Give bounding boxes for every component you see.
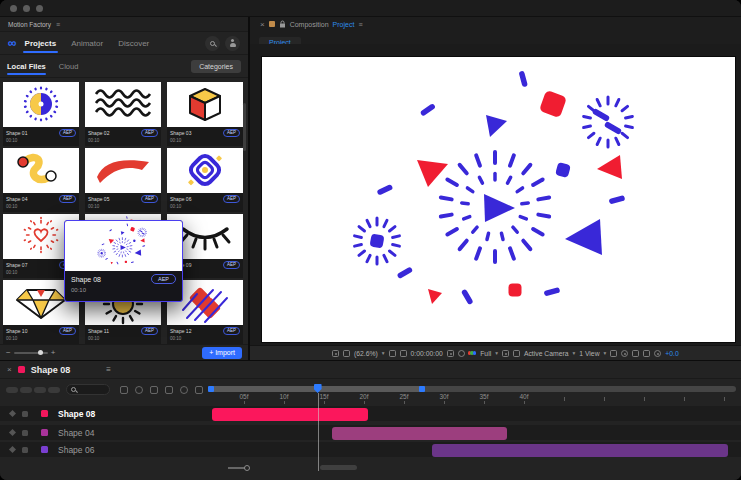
aep-badge: AEP: [141, 327, 158, 335]
motion-factory-panel: Motion Factory ≡ ∞ Projects Animator Dis…: [0, 17, 248, 360]
comp-label-square-icon: [269, 21, 275, 27]
card-name: Shape 11: [88, 328, 109, 334]
comp-title-prefix: Composition: [290, 21, 329, 28]
fast-preview-icon[interactable]: [621, 350, 628, 357]
categories-button[interactable]: Categories: [191, 60, 241, 73]
resolution-select[interactable]: Full: [480, 350, 491, 357]
composition-canvas[interactable]: [262, 57, 735, 342]
search-icon: [210, 41, 215, 46]
lock-icon: [279, 20, 286, 28]
window-close-icon[interactable]: [10, 5, 17, 12]
layer-color-swatch[interactable]: [41, 429, 48, 436]
layer-bar-0[interactable]: [212, 408, 368, 421]
playhead[interactable]: [314, 384, 322, 393]
solo-toggle-icon[interactable]: [22, 411, 28, 417]
card-duration: 00:10: [6, 204, 76, 209]
preview-quality-icon[interactable]: [332, 350, 339, 357]
exposure-value[interactable]: +0.0: [665, 350, 678, 357]
snapshot-camera-icon[interactable]: [447, 350, 454, 357]
timeline-zoom-knob[interactable]: [244, 465, 250, 471]
layer-row-shape-08[interactable]: Shape 08: [0, 406, 741, 421]
panel-menu-icon[interactable]: ≡: [56, 21, 60, 28]
tab-discover[interactable]: Discover: [118, 33, 149, 54]
monitor-icon[interactable]: [343, 350, 350, 357]
timecode-display[interactable]: 0:00:00:00: [411, 350, 443, 357]
solo-toggle-icon[interactable]: [22, 447, 28, 453]
visibility-toggle-icon[interactable]: [9, 446, 16, 453]
close-icon[interactable]: ×: [7, 365, 12, 374]
link-icon[interactable]: [180, 386, 188, 394]
region-of-interest-icon[interactable]: [400, 350, 407, 357]
composition-viewer[interactable]: [250, 44, 741, 362]
solo-toggle-icon[interactable]: [22, 430, 28, 436]
panel-menu-icon[interactable]: ≡: [358, 21, 362, 28]
layer-name[interactable]: Shape 04: [58, 428, 94, 438]
account-button[interactable]: [225, 36, 240, 51]
target-region-icon[interactable]: [502, 350, 509, 357]
work-area-handle-right[interactable]: [419, 386, 425, 392]
layer-bar-1[interactable]: [332, 427, 507, 440]
pill-button[interactable]: [48, 387, 60, 393]
timeline-zoom-slider[interactable]: [228, 467, 245, 469]
work-area-track[interactable]: [211, 386, 736, 392]
timecode-pill-button[interactable]: [6, 387, 18, 393]
pixel-aspect-icon[interactable]: [610, 350, 617, 357]
chevron-down-icon: ▾: [604, 350, 607, 356]
tab-cloud[interactable]: Cloud: [59, 56, 79, 77]
search-button[interactable]: [205, 36, 220, 51]
tab-animator[interactable]: Animator: [71, 33, 103, 54]
project-card-shape-03[interactable]: Shape 03AEP 00:10: [167, 82, 243, 146]
slider-knob[interactable]: [38, 350, 43, 355]
snap-icon[interactable]: [120, 386, 128, 394]
project-card-shape-04[interactable]: Shape 04AEP 00:10: [3, 148, 79, 212]
visibility-toggle-icon[interactable]: [9, 410, 16, 417]
timeline-comp-title: Shape 08: [31, 365, 71, 375]
project-card-shape-02[interactable]: Shape 02AEP 00:10: [85, 82, 161, 146]
transparency-grid-icon[interactable]: [513, 350, 520, 357]
exposure-gear-icon[interactable]: [654, 350, 661, 357]
timeline-scrollbar[interactable]: [320, 465, 357, 470]
card-name: Shape 02: [88, 130, 109, 136]
project-card-shape-05[interactable]: Shape 05AEP 00:10: [85, 148, 161, 212]
thumbnail-size-slider[interactable]: [14, 352, 48, 354]
card-thumbnail: [85, 82, 161, 127]
layer-search-input[interactable]: [66, 384, 110, 395]
grid-scrollbar[interactable]: [243, 103, 246, 151]
layers-icon[interactable]: [165, 386, 173, 394]
layer-bar-2[interactable]: [432, 444, 728, 457]
project-card-shape-06[interactable]: Shape 06AEP 00:10: [167, 148, 243, 212]
tab-local-files[interactable]: Local Files: [7, 56, 46, 77]
motion-blur-icon[interactable]: [135, 386, 143, 394]
window-minimize-icon[interactable]: [23, 5, 30, 12]
layer-name[interactable]: Shape 08: [58, 409, 95, 419]
comp-title-name[interactable]: Project: [333, 21, 355, 28]
hover-preview-card-shape-08[interactable]: Shape 08 AEP 00:10: [64, 220, 183, 302]
layer-name[interactable]: Shape 06: [58, 445, 94, 455]
project-card-shape-01[interactable]: Shape 01AEP 00:10: [3, 82, 79, 146]
upload-icon[interactable]: [150, 386, 158, 394]
zoom-out-icon[interactable]: −: [6, 348, 11, 357]
composition-toolbar: (62.6%) ▾ 0:00:00:00 Full ▾ Active Camer…: [250, 345, 741, 360]
timeline-icon[interactable]: [632, 350, 639, 357]
flowchart-icon[interactable]: [643, 350, 650, 357]
window-maximize-icon[interactable]: [36, 5, 43, 12]
camera-icon[interactable]: [195, 386, 203, 394]
camera-view-select[interactable]: Active Camera: [524, 350, 569, 357]
layer-color-swatch[interactable]: [41, 410, 48, 417]
grid-guides-icon[interactable]: [389, 350, 396, 357]
visibility-toggle-icon[interactable]: [9, 429, 16, 436]
layer-color-swatch[interactable]: [41, 446, 48, 453]
channel-rgb-icon[interactable]: [469, 351, 477, 355]
zoom-in-icon[interactable]: +: [51, 348, 56, 357]
frame-pill-button[interactable]: [20, 387, 32, 393]
project-grid: Shape 01AEP 00:10 Shape 02AEP 00:10: [0, 78, 248, 344]
view-layout-select[interactable]: 1 View: [579, 350, 599, 357]
card-name: Shape 10: [6, 328, 27, 334]
tab-projects[interactable]: Projects: [25, 33, 57, 54]
panel-menu-icon[interactable]: ≡: [106, 365, 111, 374]
pill-button[interactable]: [34, 387, 46, 393]
close-icon[interactable]: ×: [260, 20, 265, 29]
import-button[interactable]: + Import: [202, 347, 242, 359]
magnification-select[interactable]: (62.6%): [354, 350, 378, 357]
show-snapshot-icon[interactable]: [458, 350, 465, 357]
